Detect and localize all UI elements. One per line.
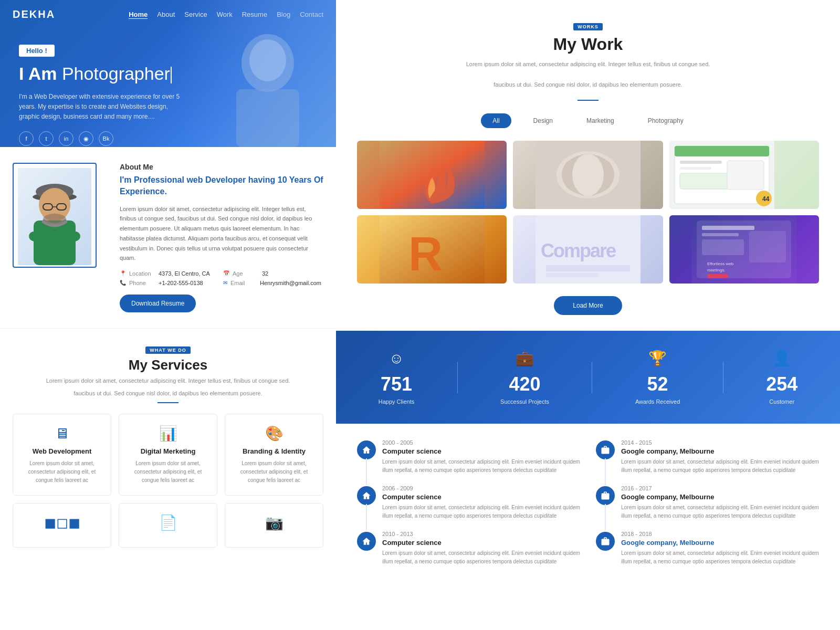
portfolio-item-3[interactable]: 44 (669, 141, 819, 209)
svg-rect-20 (680, 173, 732, 189)
service-extra-1: ◼◻◼ (13, 503, 111, 548)
web-dev-icon: 🖥 (20, 425, 103, 442)
timeline-dot-3 (357, 486, 376, 505)
stats-section: ☺ 751 Happy Clients 💼 420 Successul Proj… (336, 331, 840, 424)
age-icon: 📅 (223, 270, 229, 276)
timeline-line-4 (605, 504, 606, 531)
timeline-item-5: 2010 - 2013 Computer science Lorem ipsum… (357, 531, 580, 566)
stat-divider-1 (457, 362, 458, 393)
timeline-org-6: Google company, Melbourne (621, 539, 819, 547)
social-linkedin[interactable]: in (59, 131, 74, 146)
service-web-text: Lorem ipsum dolor sit amet, consectetur … (20, 459, 103, 485)
timeline-item-1: 2000 - 2005 Computer science Lorem ipsum… (357, 439, 580, 475)
detail-location: 📍 Location 4373, El Centro, CA (120, 270, 220, 277)
social-icons: f t in ◉ Bk (19, 131, 317, 146)
nav-about[interactable]: About (157, 10, 175, 19)
services-title: My Services (13, 357, 323, 373)
detail-phone: 📞 Phone +1-202-555-0138 (120, 280, 220, 286)
svg-text:44: 44 (762, 195, 770, 203)
download-resume-button[interactable]: Download Resume (120, 295, 196, 312)
camera-icon: 📷 (233, 514, 316, 531)
service-branding-title: Branding & Identity (233, 447, 316, 455)
nav-home[interactable]: Home (129, 10, 148, 19)
customer-number: 254 (766, 373, 797, 395)
work-section: WORKS My Work Lorem ipsum dolor sit amet… (336, 0, 840, 331)
services-desc1: Lorem ipsum dolor sit amet, consectetur … (13, 376, 323, 386)
timeline-grid: 2000 - 2005 Computer science Lorem ipsum… (357, 439, 819, 576)
work-divider (578, 100, 598, 101)
svg-text:meetings.: meetings. (707, 268, 726, 272)
about-content: About Me I'm Professional web Developer … (120, 163, 323, 312)
timeline-item-4: 2016 - 2017 Google company, Melbourne Lo… (596, 485, 819, 520)
svg-point-10 (43, 214, 66, 224)
svg-text:R: R (408, 228, 443, 280)
timeline-dot-container-5 (357, 531, 376, 566)
svg-rect-29 (546, 273, 598, 277)
location-icon: 📍 (120, 270, 126, 276)
service-branding-text: Lorem ipsum dolor sit amet, consectetur … (233, 459, 316, 485)
portfolio-item-1[interactable] (357, 141, 507, 209)
timeline-dot-1 (357, 440, 376, 459)
social-facebook[interactable]: f (19, 131, 34, 146)
service-marketing-text: Lorem ipsum dolor sit amet, consectetur … (127, 459, 209, 485)
email-icon: ✉ (223, 280, 227, 286)
svg-text:Effortless web: Effortless web (707, 261, 734, 266)
svg-rect-28 (546, 265, 630, 271)
stat-awards: 🏆 52 Awards Received (635, 350, 680, 405)
timeline-line-2 (605, 458, 606, 485)
timeline-period-6: 2018 - 2018 (621, 531, 819, 537)
detail-email: ✉ Email Henrysmith@gmail.com (223, 280, 323, 286)
stat-divider-2 (592, 362, 592, 393)
timeline-dot-4 (596, 486, 615, 505)
service-marketing: 📊 Digital Merketing Lorem ipsum dolor si… (119, 414, 217, 496)
services-divider (158, 402, 178, 403)
timeline-content-3: 2006 - 2009 Computer science Lorem ipsum… (382, 485, 580, 520)
timeline-text-6: Lorem ipsum dolor sit amet, consectetur … (621, 549, 819, 566)
timeline-dot-5 (357, 532, 376, 551)
services-grid: 🖥 Web Development Lorem ipsum dolor sit … (13, 414, 323, 496)
timeline-text-4: Lorem ipsum dolor sit amet, consectetur … (621, 503, 819, 520)
portfolio-item-4[interactable]: R (357, 215, 507, 284)
services-desc2: faucibus ut dui. Sed congue nisl dolor, … (13, 389, 323, 398)
projects-icon: 💼 (516, 350, 534, 367)
portfolio-item-2-inner (513, 141, 663, 209)
service-marketing-title: Digital Merketing (127, 447, 209, 455)
svg-rect-32 (702, 226, 754, 230)
portfolio-item-5[interactable]: Compare (513, 215, 663, 284)
about-image-inner (18, 168, 91, 265)
portfolio-item-2[interactable] (513, 141, 663, 209)
svg-rect-19 (680, 167, 711, 170)
timeline-item-6: 2018 - 2018 Google company, Melbourne Lo… (596, 531, 819, 566)
load-more-button[interactable]: Load More (554, 296, 622, 315)
stat-happy-clients: ☺ 751 Happy Clients (379, 350, 414, 405)
svg-rect-18 (680, 161, 722, 164)
timeline-text-5: Lorem ipsum dolor sit amet, consectetur … (382, 549, 580, 566)
services-badge: WHAT WE DO (145, 346, 190, 354)
filter-photography[interactable]: Photography (636, 113, 695, 128)
filter-all[interactable]: All (481, 113, 511, 128)
portfolio-item-6[interactable]: Effortless web meetings. (669, 215, 819, 284)
timeline-text-1: Lorem ipsum dolor sit amet, consectetur … (382, 458, 580, 475)
timeline-content-6: 2018 - 2018 Google company, Melbourne Lo… (621, 531, 819, 566)
about-details: 📍 Location 4373, El Centro, CA 📅 Age 32 … (120, 270, 323, 286)
portfolio-item-1-inner (357, 141, 507, 209)
timeline-right-col: 2014 - 2015 Google company, Melbourne Lo… (596, 439, 819, 576)
social-instagram[interactable]: ◉ (79, 131, 93, 146)
social-behance[interactable]: Bk (99, 131, 113, 146)
about-title: I'm Professional web Developer having 10… (120, 174, 323, 198)
customer-icon: 👤 (773, 350, 791, 367)
portfolio-item-5-inner: Compare (513, 215, 663, 284)
timeline-period-2: 2014 - 2015 (621, 439, 819, 446)
happy-clients-label: Happy Clients (379, 398, 414, 405)
work-desc1: Lorem ipsum dolor sit amet, consectetur … (357, 59, 819, 69)
timeline-text-3: Lorem ipsum dolor sit amet, consectetur … (382, 503, 580, 520)
hero-section: DEKHA Home About Service Work Resume Blo… (0, 0, 336, 147)
timeline-org-2: Google company, Melbourne (621, 447, 819, 455)
timeline-period-4: 2016 - 2017 (621, 485, 819, 491)
service-extra-2: 📄 (119, 503, 217, 548)
filter-design[interactable]: Design (522, 113, 564, 128)
social-twitter[interactable]: t (39, 131, 54, 146)
filter-marketing[interactable]: Marketing (575, 113, 626, 128)
right-panel: WORKS My Work Lorem ipsum dolor sit amet… (336, 0, 840, 630)
awards-number: 52 (647, 373, 668, 395)
